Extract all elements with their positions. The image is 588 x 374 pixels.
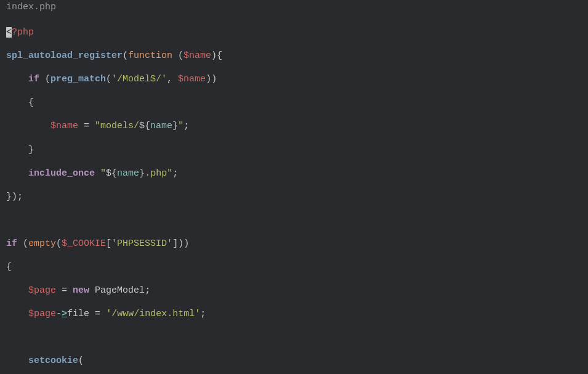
code-line: if (preg_match('/Model$/', $name)): [6, 73, 588, 85]
code-line: $name = "models/${name}";: [6, 120, 588, 132]
kw-if: if: [28, 74, 39, 84]
op-arrow2: >: [62, 309, 67, 319]
code-line: {: [6, 261, 588, 273]
fn-spl-autoload: spl_autoload_register: [6, 51, 123, 61]
interp-var: name: [150, 121, 172, 131]
brace-open: {: [6, 262, 12, 272]
fn-setcookie: setcookie: [28, 356, 78, 366]
code-line: $page->file = '/www/index.html';: [6, 308, 588, 320]
code-editor: index.php <?php spl_autoload_register(fu…: [0, 0, 588, 374]
op-assign: =: [84, 121, 89, 131]
var-page: $page: [28, 285, 56, 296]
str-q: ": [100, 168, 106, 179]
kw-include: include_once: [28, 168, 95, 179]
code-line: include_once "${name}.php";: [6, 168, 588, 179]
var-name: $name: [178, 74, 206, 84]
class-pagemodel: PageModel: [95, 285, 145, 296]
str-indexhtml: '/www/index.html': [106, 309, 200, 319]
interp-open: ${: [106, 168, 117, 179]
str-q: ": [167, 168, 172, 179]
str-regex: '/Model$/': [111, 74, 167, 84]
brace-close: }: [28, 145, 34, 155]
brace-open: {: [28, 97, 34, 108]
op-arrow1: -: [56, 309, 62, 319]
code-line: spl_autoload_register(function ($name){: [6, 50, 588, 62]
interp-close: }: [172, 121, 178, 131]
kw-function: function: [128, 51, 172, 61]
str-endq: ": [178, 121, 183, 131]
code-line: }: [6, 144, 588, 156]
fn-empty: empty: [28, 238, 56, 249]
kw-if: if: [6, 238, 17, 249]
tab-filename[interactable]: index.php: [6, 2, 56, 12]
prop-file: file: [67, 309, 89, 319]
fn-pregmatch: preg_match: [50, 74, 106, 84]
kw-new: new: [73, 285, 89, 296]
str-models: "models/: [95, 121, 139, 131]
code-line: $page = new PageModel;: [6, 285, 588, 296]
close-call: });: [6, 192, 23, 202]
tab-bar: index.php: [0, 0, 588, 15]
code-line: <?php: [6, 26, 588, 38]
code-line: });: [6, 191, 588, 203]
code-area[interactable]: <?php spl_autoload_register(function ($n…: [0, 15, 588, 374]
php-tag: ?php: [12, 27, 34, 38]
var-page: $page: [28, 309, 56, 319]
code-line: setcookie(: [6, 355, 588, 367]
str-phpsessid: 'PHPSESSID': [111, 238, 172, 249]
interp-var: name: [117, 168, 139, 179]
str-dotphp: .php: [145, 168, 167, 179]
code-line: if (empty($_COOKIE['PHPSESSID'])): [6, 238, 588, 250]
interp-open: ${: [139, 121, 150, 131]
code-line: {: [6, 97, 588, 108]
interp-close: }: [139, 168, 145, 179]
code-line: [6, 214, 588, 226]
php-open-bracket: <: [6, 27, 12, 38]
code-line: [6, 331, 588, 343]
op-assign: =: [95, 309, 100, 319]
var-name: $name: [183, 51, 211, 61]
var-name: $name: [50, 121, 78, 131]
op-assign: =: [62, 285, 67, 296]
var-cookie: $_COOKIE: [62, 238, 106, 249]
